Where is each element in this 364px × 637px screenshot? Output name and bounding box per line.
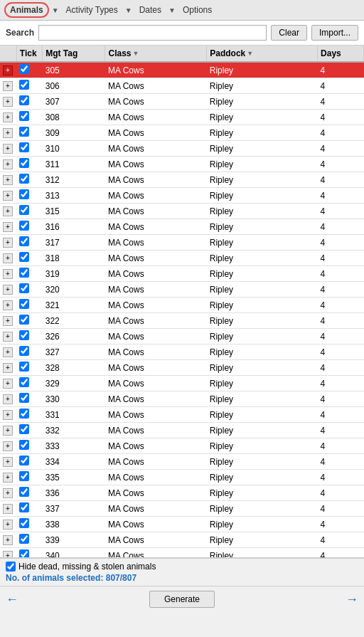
expand-button[interactable]: + [3,535,13,545]
table-row[interactable]: +331MA CowsRipley4 [0,407,364,423]
row-checkbox[interactable] [19,64,29,74]
expand-button[interactable]: + [3,144,13,154]
table-row[interactable]: +321MA CowsRipley4 [0,298,364,313]
expand-button[interactable]: + [3,159,13,169]
row-checkbox[interactable] [19,174,29,184]
row-checkbox[interactable] [19,189,29,199]
row-checkbox[interactable] [19,424,29,434]
table-row[interactable]: +339MA CowsRipley4 [0,532,364,548]
table-row[interactable]: +306MA CowsRipley4 [0,78,364,94]
row-checkbox[interactable] [19,236,29,246]
row-checkbox[interactable] [19,205,29,215]
row-checkbox[interactable] [19,315,29,325]
table-row[interactable]: +312MA CowsRipley4 [0,172,364,188]
table-row[interactable]: +311MA CowsRipley4 [0,157,364,172]
table-row[interactable]: +305MA CowsRipley4 [0,62,364,78]
nav-activity-types[interactable]: Activity Types [62,4,122,16]
row-checkbox[interactable] [19,518,29,528]
expand-button[interactable]: + [3,238,13,248]
row-checkbox[interactable] [19,346,29,356]
row-checkbox[interactable] [19,362,29,372]
row-checkbox[interactable] [19,377,29,387]
back-button[interactable]: ← [6,592,18,607]
expand-button[interactable]: + [3,269,13,279]
expand-button[interactable]: + [3,551,13,559]
row-checkbox[interactable] [19,487,29,497]
th-class[interactable]: Class ▼ [105,46,207,62]
row-checkbox[interactable] [19,111,29,121]
row-checkbox[interactable] [19,252,29,262]
row-checkbox[interactable] [19,549,29,558]
table-row[interactable]: +334MA CowsRipley4 [0,454,364,470]
expand-button[interactable]: + [3,206,13,216]
table-row[interactable]: +332MA CowsRipley4 [0,423,364,438]
expand-button[interactable]: + [3,253,13,263]
expand-button[interactable]: + [3,316,13,326]
expand-button[interactable]: + [3,300,13,310]
expand-button[interactable]: + [3,175,13,185]
hide-dead-checkbox[interactable] [6,562,16,572]
table-row[interactable]: +337MA CowsRipley4 [0,501,364,517]
table-row[interactable]: +308MA CowsRipley4 [0,110,364,125]
table-row[interactable]: +336MA CowsRipley4 [0,485,364,501]
expand-button[interactable]: + [3,504,13,514]
table-row[interactable]: +320MA CowsRipley4 [0,282,364,298]
table-row[interactable]: +313MA CowsRipley4 [0,188,364,204]
forward-button[interactable]: → [346,592,358,607]
expand-button[interactable]: + [3,65,13,75]
table-row[interactable]: +322MA CowsRipley4 [0,313,364,329]
row-checkbox[interactable] [19,409,29,418]
table-row[interactable]: +317MA CowsRipley4 [0,235,364,251]
expand-button[interactable]: + [3,379,13,389]
clear-button[interactable]: Clear [271,25,307,41]
table-row[interactable]: +330MA CowsRipley4 [0,391,364,407]
table-row[interactable]: +316MA CowsRipley4 [0,219,364,235]
expand-button[interactable]: + [3,332,13,342]
import-button[interactable]: Import... [311,25,358,41]
expand-button[interactable]: + [3,410,13,420]
row-checkbox[interactable] [19,221,29,231]
expand-button[interactable]: + [3,363,13,373]
table-row[interactable]: +329MA CowsRipley4 [0,376,364,391]
generate-button[interactable]: Generate [149,591,215,608]
search-input[interactable] [38,25,267,41]
table-row[interactable]: +335MA CowsRipley4 [0,470,364,485]
expand-button[interactable]: + [3,488,13,498]
table-row[interactable]: +315MA CowsRipley4 [0,204,364,219]
row-checkbox[interactable] [19,299,29,309]
row-checkbox[interactable] [19,80,29,90]
row-checkbox[interactable] [19,502,29,512]
table-row[interactable]: +326MA CowsRipley4 [0,329,364,344]
row-checkbox[interactable] [19,95,29,105]
table-row[interactable]: +318MA CowsRipley4 [0,251,364,266]
row-checkbox[interactable] [19,158,29,168]
expand-button[interactable]: + [3,347,13,357]
row-checkbox[interactable] [19,330,29,340]
row-checkbox[interactable] [19,534,29,544]
expand-button[interactable]: + [3,81,13,91]
expand-button[interactable]: + [3,520,13,530]
expand-button[interactable]: + [3,128,13,138]
table-row[interactable]: +338MA CowsRipley4 [0,517,364,532]
table-row[interactable]: +340MA CowsRipley4 [0,548,364,559]
row-checkbox[interactable] [19,393,29,403]
th-paddock[interactable]: Paddock ▼ [207,46,318,62]
table-row[interactable]: +328MA CowsRipley4 [0,360,364,376]
expand-button[interactable]: + [3,97,13,107]
expand-button[interactable]: + [3,112,13,122]
nav-animals[interactable]: Animals [4,2,49,18]
row-checkbox[interactable] [19,440,29,450]
expand-button[interactable]: + [3,441,13,451]
table-row[interactable]: +333MA CowsRipley4 [0,438,364,454]
expand-button[interactable]: + [3,426,13,436]
row-checkbox[interactable] [19,142,29,152]
row-checkbox[interactable] [19,471,29,481]
expand-button[interactable]: + [3,457,13,467]
expand-button[interactable]: + [3,222,13,232]
expand-button[interactable]: + [3,191,13,201]
nav-dates[interactable]: Dates [135,4,166,16]
row-checkbox[interactable] [19,456,29,465]
row-checkbox[interactable] [19,283,29,293]
table-row[interactable]: +327MA CowsRipley4 [0,344,364,360]
nav-options[interactable]: Options [178,4,216,16]
